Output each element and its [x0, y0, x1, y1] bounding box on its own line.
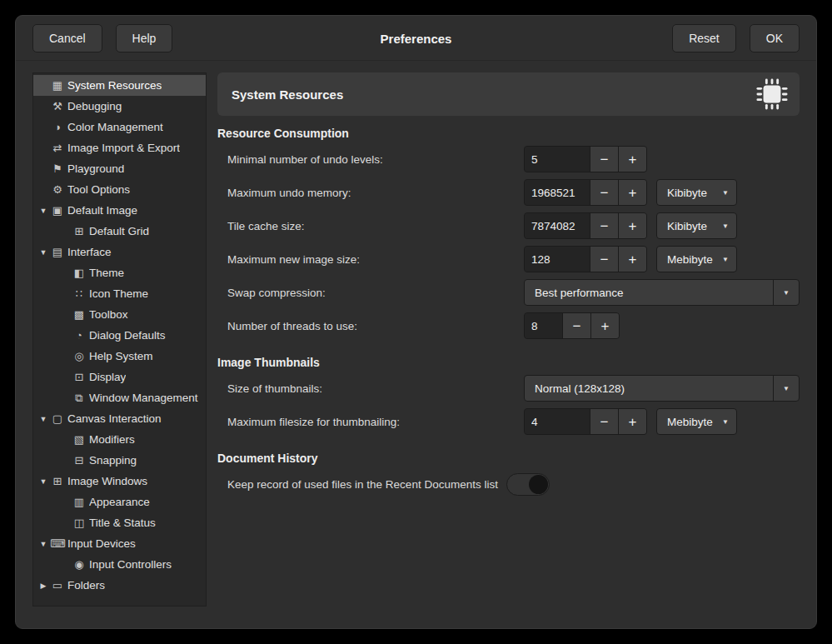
sidebar-item-image-import-export[interactable]: ⇄ Image Import & Export — [33, 137, 206, 158]
image-icon: ▣ — [50, 204, 65, 217]
form-row-tile-cache: Tile cache size: − + Kibibyte ▼ — [217, 209, 800, 242]
increment-button[interactable]: + — [618, 213, 646, 238]
sidebar-item-label: Input Devices — [67, 537, 136, 550]
sidebar-item-dialog-defaults[interactable]: ◔ Dialog Defaults — [33, 325, 206, 346]
decrement-button[interactable]: − — [590, 213, 618, 238]
decrement-button[interactable]: − — [590, 147, 618, 172]
cancel-button[interactable]: Cancel — [32, 24, 102, 52]
form-row-swap-compression: Swap compression: Best performance ▼ — [217, 276, 800, 309]
sidebar-item-snapping[interactable]: ⊟ Snapping — [33, 450, 206, 471]
undo-levels-input[interactable] — [525, 147, 590, 172]
field-label: Maximum filesize for thumbnailing: — [227, 416, 524, 428]
ok-button[interactable]: OK — [750, 24, 800, 52]
field-label: Size of thumbnails: — [227, 382, 524, 395]
max-image-size-unit-dropdown[interactable]: Mebibyte ▼ — [656, 246, 737, 272]
sidebar-item-playground[interactable]: ⚑ Playground — [33, 158, 206, 179]
sidebar-item-window-management[interactable]: ⧉ Window Management — [33, 387, 206, 408]
sidebar-item-label: Default Grid — [89, 225, 149, 237]
input-devices-icon: ⌨ — [50, 537, 65, 550]
sidebar-item-help-system[interactable]: ◎ Help System — [33, 346, 206, 367]
thumbnail-filesize-unit-dropdown[interactable]: Mebibyte ▼ — [656, 408, 737, 435]
sidebar-item-input-controllers[interactable]: ◉ Input Controllers — [33, 554, 206, 575]
tool-options-icon: ⚙ — [50, 183, 65, 196]
help-icon: ◎ — [72, 350, 87, 362]
threads-spinner: − + — [524, 312, 620, 339]
max-image-size-input[interactable] — [525, 247, 590, 272]
thumbnail-filesize-input[interactable] — [525, 409, 590, 434]
sidebar-item-label: Display — [89, 371, 126, 383]
canvas-icon: ▢ — [50, 412, 65, 425]
decrement-button[interactable]: − — [590, 409, 618, 434]
sidebar-item-interface[interactable]: ▼ ▤ Interface — [33, 242, 206, 262]
help-button[interactable]: Help — [116, 24, 173, 52]
modifiers-icon: ▧ — [72, 433, 87, 446]
undo-memory-input[interactable] — [525, 180, 590, 205]
sidebar-item-input-devices[interactable]: ▼ ⌨ Input Devices — [33, 533, 206, 554]
title-status-icon: ◫ — [72, 517, 87, 529]
sidebar-item-default-image[interactable]: ▼ ▣ Default Image — [33, 200, 206, 221]
import-export-icon: ⇄ — [50, 142, 65, 154]
decrement-button[interactable]: − — [590, 247, 618, 272]
sidebar-item-theme[interactable]: ◧ Theme — [33, 262, 206, 283]
cpu-chip-icon — [756, 78, 788, 110]
sidebar-item-label: Interface — [67, 246, 112, 258]
threads-input[interactable] — [525, 313, 562, 338]
sidebar-item-folders[interactable]: ▶ ▭ Folders — [33, 575, 206, 596]
sidebar-item-title-status[interactable]: ◫ Title & Status — [33, 512, 206, 533]
field-label: Maximum new image size: — [227, 253, 524, 266]
decrement-button[interactable]: − — [562, 313, 590, 338]
sidebar-item-label: System Resources — [67, 79, 162, 92]
increment-button[interactable]: + — [618, 247, 646, 272]
recent-documents-toggle[interactable] — [506, 473, 550, 496]
expander-icon[interactable]: ▼ — [37, 207, 50, 215]
sidebar-item-label: Folders — [67, 579, 105, 592]
sidebar-item-label: Title & Status — [89, 517, 156, 529]
sidebar-item-tool-options[interactable]: ⚙ Tool Options — [33, 179, 206, 200]
page-header: System Resources — [217, 72, 800, 116]
sidebar-item-toolbox[interactable]: ▩ Toolbox — [33, 304, 206, 325]
sidebar-item-debugging[interactable]: ⚒ Debugging — [33, 96, 206, 117]
sidebar-item-label: Color Management — [67, 121, 163, 133]
increment-button[interactable]: + — [618, 180, 646, 205]
increment-button[interactable]: + — [590, 313, 619, 338]
sidebar-item-canvas-interaction[interactable]: ▼ ▢ Canvas Interaction — [33, 408, 206, 429]
dropdown-value: Mebibyte — [667, 253, 713, 266]
chevron-down-icon: ▼ — [722, 418, 729, 426]
increment-button[interactable]: + — [618, 147, 646, 172]
expander-icon[interactable]: ▼ — [37, 248, 50, 257]
thumbnail-size-dropdown[interactable]: Normal (128x128) ▼ — [524, 375, 800, 402]
expander-icon[interactable]: ▼ — [37, 415, 50, 423]
expander-icon[interactable]: ▼ — [37, 540, 50, 548]
dropdown-value: Normal (128x128) — [535, 382, 625, 395]
sidebar-item-label: Image Import & Export — [67, 142, 180, 154]
sidebar-item-appearance[interactable]: ▥ Appearance — [33, 492, 206, 512]
expander-icon[interactable]: ▼ — [37, 477, 50, 486]
sidebar-item-default-grid[interactable]: ⊞ Default Grid — [33, 221, 206, 242]
chevron-down-icon: ▼ — [773, 280, 799, 305]
tile-cache-input[interactable] — [525, 213, 590, 238]
page-title: System Resources — [232, 87, 343, 102]
tile-cache-unit-dropdown[interactable]: Kibibyte ▼ — [656, 212, 737, 239]
expander-icon[interactable]: ▶ — [37, 582, 50, 590]
dropdown-value: Best performance — [535, 287, 624, 299]
undo-memory-unit-dropdown[interactable]: Kibibyte ▼ — [656, 179, 737, 206]
dropdown-value: Kibibyte — [667, 220, 707, 232]
swap-compression-dropdown[interactable]: Best performance ▼ — [524, 279, 800, 306]
sidebar-item-display[interactable]: ⊡ Display — [33, 367, 206, 387]
decrement-button[interactable]: − — [590, 180, 618, 205]
dialog-body: ▦ System Resources ⚒ Debugging ◑ Color M… — [16, 61, 816, 628]
sidebar-item-icon-theme[interactable]: ∷ Icon Theme — [33, 283, 206, 304]
form-row-max-image-size: Maximum new image size: − + Mebibyte ▼ — [217, 242, 800, 276]
sidebar-item-image-windows[interactable]: ▼ ⊞ Image Windows — [33, 471, 206, 492]
sidebar-item-color-management[interactable]: ◑ Color Management — [33, 117, 206, 137]
field-label: Number of threads to use: — [227, 320, 524, 332]
dialog-defaults-icon: ◔ — [72, 329, 87, 342]
form-row-thumbnail-size: Size of thumbnails: Normal (128x128) ▼ — [217, 372, 800, 405]
sidebar-item-system-resources[interactable]: ▦ System Resources — [33, 75, 206, 96]
increment-button[interactable]: + — [618, 409, 646, 434]
theme-icon: ◧ — [72, 267, 87, 279]
preferences-content: System Resources Resource Consumption Mi… — [217, 72, 800, 607]
reset-button[interactable]: Reset — [672, 24, 736, 52]
sidebar-item-modifiers[interactable]: ▧ Modifiers — [33, 429, 206, 450]
sidebar-item-label: Snapping — [89, 454, 137, 467]
